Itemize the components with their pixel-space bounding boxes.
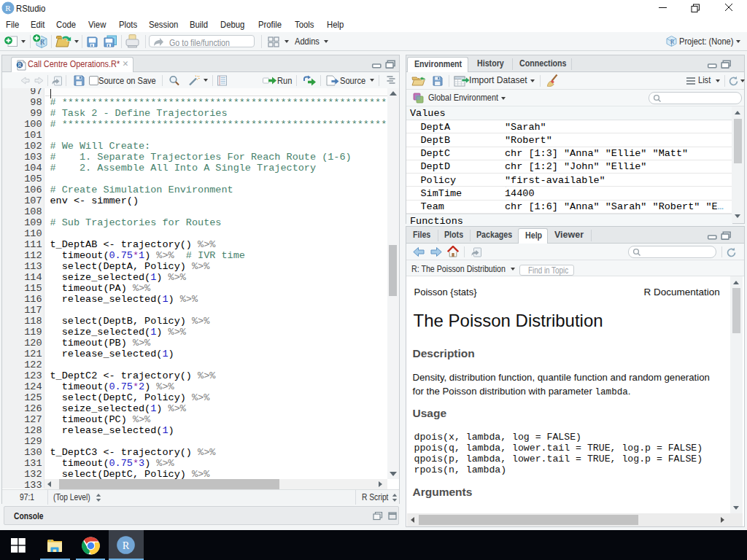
svg-text:R: R	[5, 4, 11, 12]
svg-text:R: R	[670, 38, 675, 45]
svg-text:R: R	[18, 62, 21, 69]
svg-text:R: R	[123, 540, 130, 551]
